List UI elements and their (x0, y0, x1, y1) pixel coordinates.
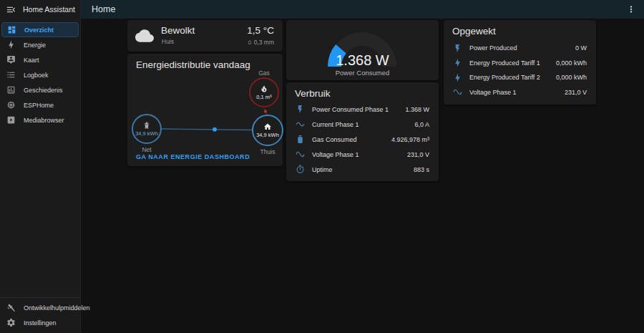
weather-location: Huis (162, 38, 174, 45)
sidebar-item-label: Logboek (24, 72, 49, 79)
production-card: Opgewekt Power Produced 0 W Energy Produ… (444, 20, 596, 105)
entity-value: 231,0 V (565, 89, 587, 96)
entity-name: Voltage Phase 1 (312, 151, 359, 158)
sidebar-item-mediabrowser[interactable]: Mediabrowser (1, 112, 79, 127)
sidebar-item-label: Geschiedenis (24, 87, 63, 94)
sidebar-header: Home Assistant (0, 0, 80, 19)
entity-row-energy-tariff-1[interactable]: Energy Produced Tariff 1 0,000 kWh (444, 56, 596, 71)
consumption-card-title: Verbruik (295, 88, 331, 99)
lightning-bolt-icon (453, 73, 462, 82)
hammer-icon (6, 303, 16, 312)
sidebar-item-label: Ontwikkelhulpmiddelen (24, 304, 90, 312)
sine-wave-icon (453, 87, 462, 97)
entity-value: 231,0 V (407, 151, 429, 158)
sidebar-item-geschiedenis[interactable]: Geschiedenis (1, 82, 79, 97)
entity-row-energy-tariff-2[interactable]: Energy Produced Tariff 2 0,000 kWh (444, 70, 596, 85)
entity-value: 883 s (414, 166, 429, 173)
entity-name: Energy Produced Tariff 2 (469, 74, 540, 81)
entity-value: 4.926,978 m³ (391, 136, 429, 143)
entity-row-gas-consumed[interactable]: Gas Consumed 4.926,978 m³ (286, 132, 439, 147)
overflow-menu-icon[interactable] (625, 4, 637, 15)
energy-flow-lines (127, 54, 283, 166)
chip-icon (6, 100, 16, 110)
weather-temperature: 1,5 °C (247, 25, 274, 36)
sidebar-item-label: Mediabrowser (24, 117, 64, 124)
sidebar: Home Assistant Overzicht Energie Kaart L… (0, 0, 81, 333)
fire-icon (260, 85, 268, 93)
entity-row-power-consumed[interactable]: Power Consumed Phase 1 1.368 W (286, 102, 439, 117)
production-card-title: Opgewekt (452, 26, 496, 37)
entity-name: Power Produced (469, 44, 517, 52)
entity-row-voltage[interactable]: Voltage Phase 1 231,0 V (286, 147, 439, 162)
entity-row-voltage[interactable]: Voltage Phase 1 231,0 V (444, 85, 596, 100)
current-ac-icon (296, 120, 305, 129)
sidebar-item-label: Kaart (24, 57, 39, 64)
sidebar-item-logboek[interactable]: Logboek (1, 67, 79, 82)
home-value: 34,9 kWh (256, 132, 279, 138)
gauge-label: Power Consumed (286, 69, 439, 77)
entity-name: Voltage Phase 1 (469, 89, 517, 96)
timer-icon (296, 165, 305, 174)
weather-precipitation: 0,3 mm (247, 39, 274, 46)
top-bar: Home (81, 0, 644, 19)
gear-icon (6, 318, 16, 327)
entity-row-power-produced[interactable]: Power Produced 0 W (444, 41, 596, 56)
chart-box-icon (6, 85, 16, 95)
sidebar-item-instellingen[interactable]: Instellingen (1, 315, 79, 330)
energy-distribution-card: Energiedistributie vandaag Gas 0,1 m³ 34… (127, 54, 283, 166)
gas-cylinder-icon (296, 135, 305, 144)
precipitation-value: 0,3 mm (254, 39, 274, 46)
home-node[interactable]: 34,9 kWh (252, 115, 283, 146)
entity-name: Energy Produced Tariff 1 (469, 59, 540, 67)
entity-name: Gas Consumed (312, 136, 357, 143)
home-icon (263, 122, 272, 131)
entity-row-current[interactable]: Current Phase 1 6,0 A (286, 117, 439, 132)
grid-value: 34,9 kWh (135, 130, 158, 137)
entity-value: 1.368 W (405, 106, 429, 113)
entity-name: Current Phase 1 (312, 121, 359, 128)
sidebar-toggle-icon[interactable] (6, 4, 16, 15)
format-list-bulleted-icon (6, 70, 16, 79)
play-box-icon (6, 115, 16, 125)
raindrop-icon (247, 39, 253, 45)
entity-value: 0,000 kWh (556, 59, 587, 67)
lightning-bolt-icon (453, 58, 462, 67)
cloud-icon (135, 26, 155, 45)
entity-value: 6,0 A (414, 121, 429, 128)
sidebar-item-kaart[interactable]: Kaart (1, 52, 79, 67)
entity-name: Power Consumed Phase 1 (312, 106, 389, 113)
sidebar-item-ontwikkelhulpmiddelen[interactable]: Ontwikkelhulpmiddelen (1, 300, 79, 315)
entity-value: 0 W (575, 44, 587, 52)
transmission-tower-icon (142, 121, 151, 130)
flash-icon (453, 44, 462, 53)
sidebar-item-label: Instellingen (24, 319, 57, 327)
sine-wave-icon (296, 150, 305, 159)
page-title: Home (92, 4, 115, 14)
gauge-card[interactable]: 1.368 W Power Consumed (286, 20, 439, 80)
entity-value: 0,000 kWh (556, 74, 587, 81)
weather-card[interactable]: Bewolkt Huis 1,5 °C 0,3 mm (127, 20, 283, 52)
sidebar-item-energie[interactable]: Energie (1, 37, 79, 52)
sidebar-item-label: Overzicht (24, 26, 54, 34)
gauge-value: 1.368 W (286, 52, 439, 69)
flash-icon (296, 105, 305, 114)
gas-value: 0,1 m³ (256, 94, 271, 100)
sidebar-item-esphome[interactable]: ESPHome (1, 97, 79, 112)
app-title: Home Assistant (23, 5, 75, 14)
tooltip-account-icon (6, 55, 16, 64)
sidebar-bottom: Ontwikkelhulpmiddelen Instellingen (0, 297, 80, 330)
entity-name: Uptime (312, 166, 333, 173)
lightning-bolt-icon (6, 40, 16, 49)
consumption-card: Verbruik Power Consumed Phase 1 1.368 W … (286, 82, 439, 181)
sidebar-item-label: Energie (24, 42, 46, 49)
view-dashboard-icon (7, 25, 16, 34)
sidebar-item-overzicht[interactable]: Overzicht (1, 22, 79, 37)
weather-condition: Bewolkt (161, 25, 195, 36)
gas-node[interactable]: 0,1 m³ (249, 77, 279, 107)
sidebar-item-label: ESPHome (24, 102, 54, 109)
entity-row-uptime[interactable]: Uptime 883 s (286, 162, 439, 177)
grid-node[interactable]: 34,9 kWh (132, 114, 162, 144)
